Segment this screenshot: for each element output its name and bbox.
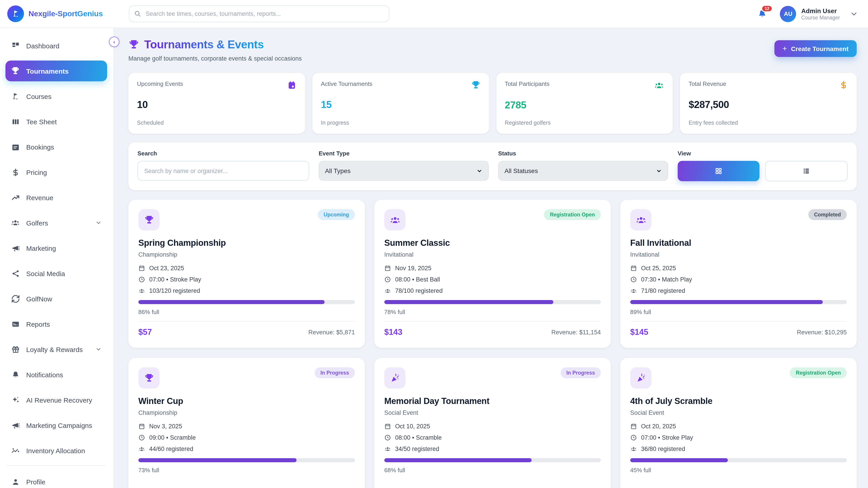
stat-sub: Scheduled	[137, 120, 297, 126]
filter-search-label: Search	[137, 150, 309, 157]
sidebar-item-ai-revenue-recovery[interactable]: AI Revenue Recovery	[5, 390, 107, 410]
gift-icon	[11, 345, 20, 354]
tournament-card[interactable]: In Progress Winter Cup Championship Nov …	[128, 358, 365, 488]
tournament-registered: 78/100 registered	[395, 287, 442, 294]
dollar-icon	[839, 80, 848, 90]
grid-view-button[interactable]	[678, 161, 760, 181]
registration-progress-fill	[138, 300, 324, 304]
sidebar-item-label: Marketing Campaigns	[26, 421, 102, 429]
sidebar-item-social-media[interactable]: Social Media	[5, 263, 107, 284]
percent-full-label: 73% full	[138, 467, 355, 474]
users-icon	[11, 218, 20, 227]
sidebar-item-tee-sheet[interactable]: Tee Sheet	[5, 111, 107, 132]
sidebar-item-marketing-campaigns[interactable]: Marketing Campaigns	[5, 415, 107, 435]
tournament-card[interactable]: Upcoming Spring Championship Championshi…	[128, 200, 365, 348]
sidebar-item-loyalty-rewards[interactable]: Loyalty & Rewards	[5, 339, 107, 360]
revenue-label: Revenue: $10,295	[797, 329, 847, 336]
app-window: Nexgile-SportGenius 12 AU Admin User Cou…	[0, 0, 868, 488]
tournament-name: Memorial Day Tournament	[384, 396, 601, 406]
filter-view-label: View	[678, 150, 848, 157]
users-icon	[630, 446, 637, 452]
tournament-name: Fall Invitational	[630, 238, 847, 248]
dashboard-icon	[11, 41, 20, 50]
sidebar-item-label: Revenue	[26, 194, 102, 201]
event-type-select[interactable]: All Types	[319, 161, 489, 181]
sidebar-divider	[6, 465, 106, 466]
calendar-icon	[630, 265, 637, 271]
sidebar-item-label: Inventory Allocation	[26, 447, 102, 454]
sidebar-item-label: Reports	[26, 320, 102, 328]
sidebar-item-bookings[interactable]: Bookings	[5, 136, 107, 157]
sidebar-item-dashboard[interactable]: Dashboard	[5, 35, 107, 56]
sidebar-item-pricing[interactable]: Pricing	[5, 162, 107, 183]
filter-search-input[interactable]	[137, 161, 309, 181]
clock-icon	[630, 276, 637, 283]
chevron-down-icon	[95, 220, 102, 226]
sidebar-item-revenue[interactable]: Revenue	[5, 187, 107, 208]
percent-full-label: 89% full	[630, 308, 847, 315]
trophy-icon	[128, 39, 139, 50]
sidebar-item-notifications[interactable]: Notifications	[5, 364, 107, 385]
sidebar-item-golfnow[interactable]: GolfNow	[5, 288, 107, 309]
main-content: Tournaments & Events Manage golf tournam…	[114, 28, 868, 488]
trend-sparkle-icon	[11, 446, 20, 455]
user-menu[interactable]: AU Admin User Course Manager	[780, 6, 840, 22]
create-tournament-button[interactable]: + Create Tournament	[774, 40, 857, 57]
sidebar-collapse-button[interactable]: ‹	[109, 37, 119, 47]
stat-value: 15	[321, 99, 480, 111]
tournament-type: Invitational	[630, 251, 847, 258]
revenue-label: Revenue: $5,871	[308, 329, 355, 336]
sidebar-item-label: Social Media	[26, 269, 102, 277]
calendar-icon	[287, 80, 297, 90]
page-header: Tournaments & Events Manage golf tournam…	[128, 38, 857, 62]
sidebar-item-inventory-allocation[interactable]: Inventory Allocation	[5, 440, 107, 461]
stat-card-total-revenue: Total Revenue $287,500 Entry fees collec…	[680, 73, 857, 134]
tournament-card[interactable]: Registration Open Summer Classic Invitat…	[374, 200, 611, 348]
list-view-button[interactable]	[765, 161, 848, 181]
clock-icon	[384, 434, 391, 441]
list-view-icon	[802, 167, 810, 175]
registration-progress-fill	[384, 458, 531, 462]
global-search-input[interactable]	[129, 5, 389, 22]
golf-flag-icon	[11, 92, 20, 101]
sidebar-item-marketing[interactable]: Marketing	[5, 238, 107, 258]
users-icon	[138, 287, 145, 294]
users-icon	[384, 446, 391, 452]
entry-price: $143	[384, 328, 402, 337]
tournament-time-format: 07:30 • Match Play	[641, 276, 692, 283]
calendar-icon	[11, 142, 20, 151]
sidebar-item-golfers[interactable]: Golfers	[5, 213, 107, 233]
tournament-card[interactable]: Registration Open 4th of July Scramble S…	[620, 358, 857, 488]
trophy-icon	[11, 66, 20, 75]
sidebar-item-profile[interactable]: Profile	[5, 471, 107, 488]
tournament-name: Winter Cup	[138, 396, 355, 406]
sidebar-item-label: Loyalty & Rewards	[26, 346, 89, 353]
stat-sub: In progress	[321, 120, 480, 126]
tournament-type: Social Event	[384, 410, 601, 416]
share-icon	[11, 269, 20, 278]
tournament-card[interactable]: Completed Fall Invitational Invitational…	[620, 200, 857, 348]
sidebar-item-tournaments[interactable]: Tournaments	[5, 61, 107, 81]
percent-full-label: 45% full	[630, 467, 847, 474]
status-select[interactable]: All Statuses	[498, 161, 668, 181]
tournament-card[interactable]: In Progress Memorial Day Tournament Soci…	[374, 358, 611, 488]
user-role: Course Manager	[801, 15, 840, 21]
tournament-registered: 44/60 registered	[149, 446, 193, 452]
sidebar-item-reports[interactable]: Reports	[5, 314, 107, 334]
tournament-registered: 103/120 registered	[149, 287, 200, 294]
percent-full-label: 78% full	[384, 308, 601, 315]
stat-card-total-participants: Total Participants 2785 Registered golfe…	[496, 73, 673, 134]
dollar-icon	[11, 168, 20, 177]
stat-label: Active Tournaments	[321, 80, 373, 87]
notifications-button[interactable]: 12	[757, 9, 767, 19]
sidebar-item-courses[interactable]: Courses	[5, 86, 107, 107]
stat-label: Total Participants	[505, 80, 550, 87]
tournament-time-format: 08:00 • Best Ball	[395, 276, 440, 283]
chevron-down-icon[interactable]	[850, 10, 858, 18]
stat-card-upcoming-events: Upcoming Events 10 Scheduled	[128, 73, 305, 134]
percent-full-label: 86% full	[138, 308, 355, 315]
users-icon	[654, 80, 664, 90]
trophy-icon	[471, 80, 480, 90]
chevron-down-icon	[476, 168, 483, 174]
sparkles-icon	[11, 395, 20, 404]
